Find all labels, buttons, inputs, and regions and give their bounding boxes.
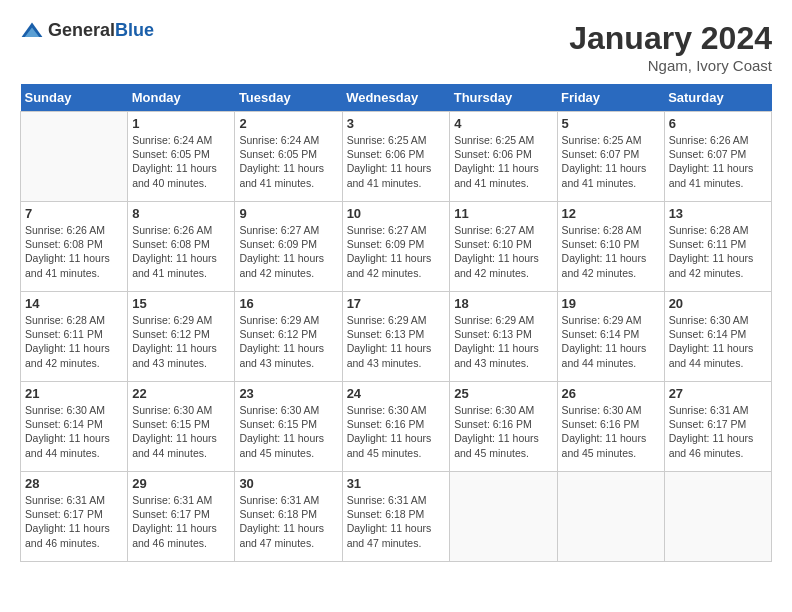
weekday-header: Saturday (664, 84, 771, 112)
day-number: 15 (132, 296, 230, 311)
day-detail: Sunrise: 6:25 AMSunset: 6:06 PMDaylight:… (347, 133, 446, 190)
logo: GeneralBlue (20, 20, 154, 41)
day-number: 26 (562, 386, 660, 401)
day-detail: Sunrise: 6:25 AMSunset: 6:07 PMDaylight:… (562, 133, 660, 190)
day-detail: Sunrise: 6:30 AMSunset: 6:15 PMDaylight:… (239, 403, 337, 460)
day-detail: Sunrise: 6:31 AMSunset: 6:17 PMDaylight:… (25, 493, 123, 550)
calendar-cell: 22Sunrise: 6:30 AMSunset: 6:15 PMDayligh… (128, 382, 235, 472)
calendar-cell: 4Sunrise: 6:25 AMSunset: 6:06 PMDaylight… (450, 112, 557, 202)
calendar-cell: 23Sunrise: 6:30 AMSunset: 6:15 PMDayligh… (235, 382, 342, 472)
weekday-header: Tuesday (235, 84, 342, 112)
day-detail: Sunrise: 6:24 AMSunset: 6:05 PMDaylight:… (239, 133, 337, 190)
day-detail: Sunrise: 6:30 AMSunset: 6:16 PMDaylight:… (454, 403, 552, 460)
day-number: 29 (132, 476, 230, 491)
day-number: 30 (239, 476, 337, 491)
day-number: 7 (25, 206, 123, 221)
day-detail: Sunrise: 6:29 AMSunset: 6:13 PMDaylight:… (454, 313, 552, 370)
title-area: January 2024 Ngam, Ivory Coast (569, 20, 772, 74)
calendar-cell: 8Sunrise: 6:26 AMSunset: 6:08 PMDaylight… (128, 202, 235, 292)
calendar-title: January 2024 (569, 20, 772, 57)
calendar-cell (664, 472, 771, 562)
weekday-header-row: SundayMondayTuesdayWednesdayThursdayFrid… (21, 84, 772, 112)
calendar-cell: 10Sunrise: 6:27 AMSunset: 6:09 PMDayligh… (342, 202, 450, 292)
calendar-subtitle: Ngam, Ivory Coast (569, 57, 772, 74)
calendar-cell: 11Sunrise: 6:27 AMSunset: 6:10 PMDayligh… (450, 202, 557, 292)
calendar-cell: 31Sunrise: 6:31 AMSunset: 6:18 PMDayligh… (342, 472, 450, 562)
day-detail: Sunrise: 6:27 AMSunset: 6:09 PMDaylight:… (347, 223, 446, 280)
day-detail: Sunrise: 6:28 AMSunset: 6:11 PMDaylight:… (669, 223, 767, 280)
day-detail: Sunrise: 6:28 AMSunset: 6:11 PMDaylight:… (25, 313, 123, 370)
day-detail: Sunrise: 6:31 AMSunset: 6:18 PMDaylight:… (347, 493, 446, 550)
calendar-cell: 15Sunrise: 6:29 AMSunset: 6:12 PMDayligh… (128, 292, 235, 382)
day-detail: Sunrise: 6:25 AMSunset: 6:06 PMDaylight:… (454, 133, 552, 190)
day-detail: Sunrise: 6:27 AMSunset: 6:10 PMDaylight:… (454, 223, 552, 280)
day-detail: Sunrise: 6:30 AMSunset: 6:16 PMDaylight:… (562, 403, 660, 460)
day-detail: Sunrise: 6:28 AMSunset: 6:10 PMDaylight:… (562, 223, 660, 280)
day-detail: Sunrise: 6:29 AMSunset: 6:12 PMDaylight:… (132, 313, 230, 370)
weekday-header: Friday (557, 84, 664, 112)
calendar-cell: 29Sunrise: 6:31 AMSunset: 6:17 PMDayligh… (128, 472, 235, 562)
calendar-cell: 24Sunrise: 6:30 AMSunset: 6:16 PMDayligh… (342, 382, 450, 472)
calendar-cell: 6Sunrise: 6:26 AMSunset: 6:07 PMDaylight… (664, 112, 771, 202)
calendar-week-row: 7Sunrise: 6:26 AMSunset: 6:08 PMDaylight… (21, 202, 772, 292)
calendar-cell: 25Sunrise: 6:30 AMSunset: 6:16 PMDayligh… (450, 382, 557, 472)
calendar-cell: 21Sunrise: 6:30 AMSunset: 6:14 PMDayligh… (21, 382, 128, 472)
day-number: 6 (669, 116, 767, 131)
day-number: 3 (347, 116, 446, 131)
calendar-cell: 18Sunrise: 6:29 AMSunset: 6:13 PMDayligh… (450, 292, 557, 382)
day-detail: Sunrise: 6:27 AMSunset: 6:09 PMDaylight:… (239, 223, 337, 280)
calendar-cell (450, 472, 557, 562)
calendar-cell: 28Sunrise: 6:31 AMSunset: 6:17 PMDayligh… (21, 472, 128, 562)
day-number: 12 (562, 206, 660, 221)
calendar-cell: 3Sunrise: 6:25 AMSunset: 6:06 PMDaylight… (342, 112, 450, 202)
calendar-cell (557, 472, 664, 562)
weekday-header: Thursday (450, 84, 557, 112)
day-detail: Sunrise: 6:29 AMSunset: 6:12 PMDaylight:… (239, 313, 337, 370)
calendar-week-row: 1Sunrise: 6:24 AMSunset: 6:05 PMDaylight… (21, 112, 772, 202)
day-number: 17 (347, 296, 446, 311)
calendar-cell: 14Sunrise: 6:28 AMSunset: 6:11 PMDayligh… (21, 292, 128, 382)
day-number: 23 (239, 386, 337, 401)
day-detail: Sunrise: 6:26 AMSunset: 6:08 PMDaylight:… (132, 223, 230, 280)
calendar-cell: 12Sunrise: 6:28 AMSunset: 6:10 PMDayligh… (557, 202, 664, 292)
day-detail: Sunrise: 6:26 AMSunset: 6:07 PMDaylight:… (669, 133, 767, 190)
day-detail: Sunrise: 6:31 AMSunset: 6:17 PMDaylight:… (132, 493, 230, 550)
day-number: 24 (347, 386, 446, 401)
day-detail: Sunrise: 6:30 AMSunset: 6:16 PMDaylight:… (347, 403, 446, 460)
day-number: 8 (132, 206, 230, 221)
calendar-cell: 16Sunrise: 6:29 AMSunset: 6:12 PMDayligh… (235, 292, 342, 382)
calendar-cell: 1Sunrise: 6:24 AMSunset: 6:05 PMDaylight… (128, 112, 235, 202)
weekday-header: Monday (128, 84, 235, 112)
calendar-cell: 9Sunrise: 6:27 AMSunset: 6:09 PMDaylight… (235, 202, 342, 292)
calendar-cell: 27Sunrise: 6:31 AMSunset: 6:17 PMDayligh… (664, 382, 771, 472)
calendar-cell: 13Sunrise: 6:28 AMSunset: 6:11 PMDayligh… (664, 202, 771, 292)
weekday-header: Sunday (21, 84, 128, 112)
calendar-cell: 5Sunrise: 6:25 AMSunset: 6:07 PMDaylight… (557, 112, 664, 202)
day-detail: Sunrise: 6:24 AMSunset: 6:05 PMDaylight:… (132, 133, 230, 190)
day-number: 27 (669, 386, 767, 401)
calendar-week-row: 14Sunrise: 6:28 AMSunset: 6:11 PMDayligh… (21, 292, 772, 382)
calendar-cell (21, 112, 128, 202)
logo-text-blue: Blue (115, 20, 154, 40)
day-number: 14 (25, 296, 123, 311)
day-number: 16 (239, 296, 337, 311)
day-number: 10 (347, 206, 446, 221)
page-header: GeneralBlue January 2024 Ngam, Ivory Coa… (20, 20, 772, 74)
weekday-header: Wednesday (342, 84, 450, 112)
day-number: 1 (132, 116, 230, 131)
calendar-cell: 20Sunrise: 6:30 AMSunset: 6:14 PMDayligh… (664, 292, 771, 382)
calendar-cell: 7Sunrise: 6:26 AMSunset: 6:08 PMDaylight… (21, 202, 128, 292)
day-number: 5 (562, 116, 660, 131)
calendar-week-row: 28Sunrise: 6:31 AMSunset: 6:17 PMDayligh… (21, 472, 772, 562)
day-number: 9 (239, 206, 337, 221)
day-number: 11 (454, 206, 552, 221)
day-number: 31 (347, 476, 446, 491)
day-number: 19 (562, 296, 660, 311)
day-number: 22 (132, 386, 230, 401)
day-detail: Sunrise: 6:26 AMSunset: 6:08 PMDaylight:… (25, 223, 123, 280)
day-number: 28 (25, 476, 123, 491)
day-detail: Sunrise: 6:30 AMSunset: 6:14 PMDaylight:… (25, 403, 123, 460)
day-number: 25 (454, 386, 552, 401)
day-number: 2 (239, 116, 337, 131)
day-number: 18 (454, 296, 552, 311)
